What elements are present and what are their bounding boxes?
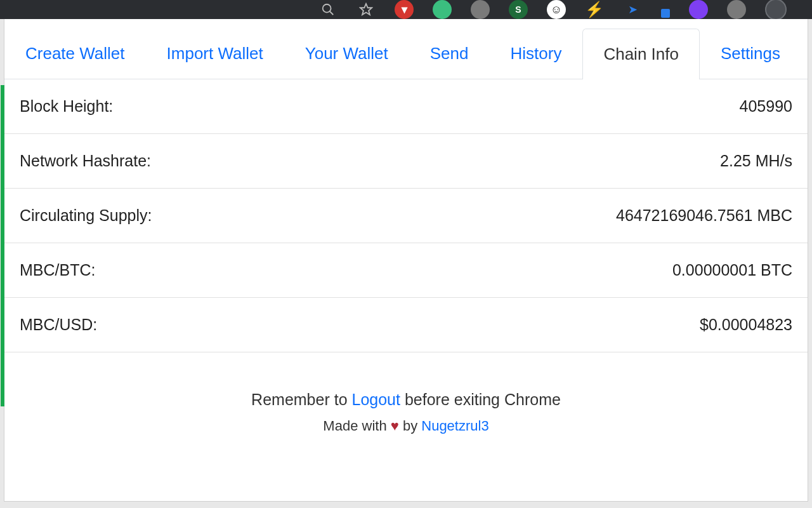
circulating-supply-label: Circulating Supply: — [20, 206, 152, 225]
tab-history[interactable]: History — [490, 28, 583, 79]
extension-icon-9[interactable] — [689, 0, 708, 19]
tab-bar: Create Wallet Import Wallet Your Wallet … — [4, 19, 808, 79]
heart-icon: ♥ — [391, 418, 399, 434]
circulating-supply-value: 46472169046.7561 MBC — [616, 206, 792, 225]
tab-chain-info[interactable]: Chain Info — [582, 29, 700, 79]
row-block-height: Block Height: 405990 — [4, 79, 808, 134]
block-height-label: Block Height: — [20, 97, 113, 116]
row-network-hashrate: Network Hashrate: 2.25 MH/s — [4, 134, 808, 189]
logout-reminder: Remember to Logout before exiting Chrome — [4, 391, 808, 409]
network-hashrate-value: 2.25 MH/s — [720, 152, 792, 170]
extension-icon-8[interactable] — [661, 9, 670, 18]
extension-icon-6[interactable]: ⚡ — [585, 0, 604, 19]
logout-link[interactable]: Logout — [352, 391, 400, 408]
chain-info-list: Block Height: 405990 Network Hashrate: 2… — [4, 79, 808, 352]
star-icon[interactable] — [357, 0, 376, 19]
mbc-usd-label: MBC/USD: — [20, 316, 97, 334]
row-mbc-btc: MBC/BTC: 0.00000001 BTC — [4, 243, 808, 298]
made-with-text: Made with — [323, 418, 390, 434]
tab-your-wallet[interactable]: Your Wallet — [284, 28, 409, 79]
search-icon[interactable] — [318, 0, 337, 19]
footer: Remember to Logout before exiting Chrome… — [4, 391, 808, 434]
tab-settings[interactable]: Settings — [700, 28, 801, 79]
by-text: by — [399, 418, 421, 434]
wallet-page: Create Wallet Import Wallet Your Wallet … — [4, 19, 808, 502]
profile-icon[interactable] — [765, 0, 787, 20]
svg-point-0 — [323, 4, 331, 13]
tab-send[interactable]: Send — [409, 28, 490, 79]
author-link[interactable]: Nugetzrul3 — [421, 418, 488, 434]
svg-marker-2 — [360, 4, 372, 15]
mbc-usd-value: $0.00004823 — [700, 316, 792, 334]
extension-icon-3[interactable] — [471, 0, 490, 19]
block-height-value: 405990 — [740, 97, 792, 116]
tab-create-wallet[interactable]: Create Wallet — [4, 28, 146, 79]
credits: Made with ♥ by Nugetzrul3 — [4, 418, 808, 434]
extension-icon-1[interactable]: ▾ — [395, 0, 414, 19]
extension-icon-2[interactable] — [433, 0, 452, 19]
browser-toolbar: ▾ S ☺ ⚡ ➤ — [0, 0, 812, 19]
tab-import-wallet[interactable]: Import Wallet — [146, 28, 284, 79]
mbc-btc-value: 0.00000001 BTC — [672, 261, 792, 279]
row-mbc-usd: MBC/USD: $0.00004823 — [4, 298, 808, 352]
left-accent — [1, 85, 4, 406]
mbc-btc-label: MBC/BTC: — [20, 261, 95, 279]
row-circulating-supply: Circulating Supply: 46472169046.7561 MBC — [4, 189, 808, 243]
extension-icon-5[interactable]: ☺ — [547, 0, 566, 19]
reminder-pre: Remember to — [251, 391, 351, 408]
network-hashrate-label: Network Hashrate: — [20, 152, 151, 170]
extension-icon-7[interactable]: ➤ — [623, 0, 642, 19]
extension-icon-4[interactable]: S — [509, 0, 528, 19]
reminder-post: before exiting Chrome — [400, 391, 561, 408]
extension-icon-10[interactable] — [727, 0, 746, 19]
svg-line-1 — [330, 11, 334, 15]
